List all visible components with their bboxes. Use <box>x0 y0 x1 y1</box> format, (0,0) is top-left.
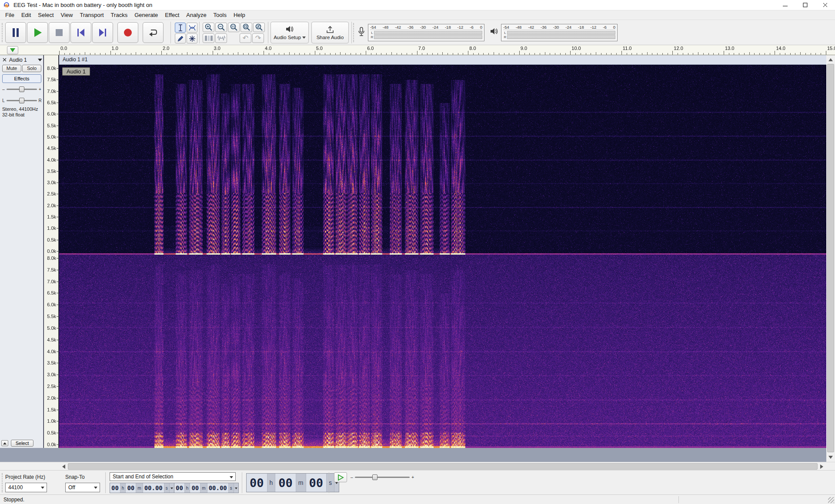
time-format-dropdown-arrow[interactable] <box>234 483 238 493</box>
track-close-button[interactable] <box>1 57 7 63</box>
effects-button[interactable]: Effects <box>2 74 41 83</box>
scroll-left-button[interactable] <box>59 462 67 471</box>
timeline-options-button[interactable] <box>7 46 18 54</box>
menu-item-file[interactable]: File <box>2 11 18 19</box>
toolbar-grip[interactable] <box>2 23 4 42</box>
project-rate-select[interactable]: 44100 <box>5 483 47 492</box>
menu-item-generate[interactable]: Generate <box>131 11 161 19</box>
clip-header[interactable]: Audio 1 #1 <box>59 55 826 65</box>
envelope-tool-button[interactable] <box>187 23 197 33</box>
fit-selection-button[interactable] <box>228 23 240 32</box>
gain-slider-thumb[interactable] <box>19 86 24 92</box>
speed-slider-groove[interactable] <box>355 477 410 478</box>
play-button[interactable] <box>27 22 48 43</box>
time-digit-group[interactable]: 00 <box>247 474 267 492</box>
time-unit-label[interactable]: s <box>327 474 334 492</box>
playback-meter[interactable]: -54-48-42-36-30-24-18-12-60 LR <box>501 24 618 41</box>
draw-tool-button[interactable] <box>175 33 186 43</box>
play-at-speed-button[interactable] <box>334 472 347 482</box>
redo-button[interactable]: ↷ <box>252 33 264 43</box>
menu-item-edit[interactable]: Edit <box>18 11 34 19</box>
skip-to-start-button[interactable] <box>70 22 91 43</box>
mute-button[interactable]: Mute <box>2 65 21 72</box>
record-button[interactable] <box>117 22 138 43</box>
microphone-icon[interactable] <box>357 27 365 37</box>
skip-to-end-button[interactable] <box>92 22 113 43</box>
track-menu-button[interactable] <box>38 59 42 63</box>
pan-slider[interactable]: L R <box>2 97 42 104</box>
menu-item-transport[interactable]: Transport <box>76 11 107 19</box>
spectrogram-channel-2[interactable] <box>59 255 826 448</box>
playback-speaker-icon[interactable] <box>490 27 498 36</box>
time-format-dropdown-arrow[interactable] <box>170 483 174 493</box>
scroll-down-button[interactable] <box>826 454 835 462</box>
time-digit-group[interactable]: 00 <box>190 483 200 493</box>
menu-item-analyze[interactable]: Analyze <box>183 11 210 19</box>
spectrogram-channel-1[interactable] <box>59 65 826 255</box>
playback-speed-slider[interactable]: – + <box>351 473 414 481</box>
horizontal-scrollbar[interactable] <box>59 462 826 471</box>
time-unit-label[interactable]: m <box>296 474 306 492</box>
time-digit-group[interactable]: 00 <box>126 483 136 493</box>
resize-grip[interactable] <box>828 497 834 503</box>
selection-end-field[interactable]: 00h00m00.00s <box>174 483 239 493</box>
collapse-track-button[interactable] <box>1 440 8 446</box>
close-button[interactable] <box>815 0 835 10</box>
zoom-in-button[interactable] <box>203 23 214 32</box>
stop-button[interactable] <box>49 22 70 43</box>
selection-start-field[interactable]: 00h00m00.00s <box>110 483 174 493</box>
time-digit-group[interactable]: 00 <box>174 483 185 493</box>
selbar-grip[interactable] <box>2 473 4 492</box>
time-unit-label[interactable]: h <box>185 483 190 493</box>
minimize-button[interactable] <box>775 0 795 10</box>
frequency-ruler[interactable]: 8.0k7.5k7.0k6.5k6.0k5.5k5.0k4.5k4.0k3.5k… <box>44 55 59 448</box>
zoom-out-button[interactable] <box>215 23 227 32</box>
scroll-up-button[interactable] <box>826 55 835 63</box>
vertical-scrollbar[interactable] <box>826 55 835 462</box>
share-audio-button[interactable]: Share Audio <box>311 22 349 43</box>
time-unit-label[interactable]: s <box>164 483 170 493</box>
snap-to-select[interactable]: Off <box>65 483 100 492</box>
loop-button[interactable] <box>143 22 164 43</box>
trim-audio-button[interactable] <box>203 33 214 43</box>
menu-item-select[interactable]: Select <box>34 11 57 19</box>
time-unit-label[interactable]: s <box>229 483 234 493</box>
menu-item-effect[interactable]: Effect <box>161 11 183 19</box>
time-digit-group[interactable]: 00.00 <box>143 483 164 493</box>
time-unit-label[interactable]: h <box>267 474 276 492</box>
time-digit-group[interactable]: 00 <box>306 474 327 492</box>
time-digit-group[interactable]: 00.00 <box>207 483 229 493</box>
audio-position-display[interactable]: 00h00m00s <box>246 473 339 492</box>
fit-project-button[interactable] <box>240 23 252 32</box>
zoom-toggle-button[interactable] <box>253 23 265 32</box>
selection-mode-select[interactable]: Start and End of Selection <box>110 472 236 481</box>
meter-grip[interactable] <box>353 23 355 42</box>
menu-item-tracks[interactable]: Tracks <box>107 11 131 19</box>
menu-item-view[interactable]: View <box>57 11 77 19</box>
time-digit-group[interactable]: 00 <box>275 474 296 492</box>
multi-tool-button[interactable] <box>187 33 197 43</box>
undo-button[interactable]: ↶ <box>240 33 251 43</box>
pause-button[interactable] <box>5 22 26 43</box>
recording-meter[interactable]: -54-48-42-36-30-24-18-12-60 LR <box>368 24 484 41</box>
audio-setup-button[interactable]: Audio Setup <box>271 22 309 43</box>
time-unit-label[interactable]: m <box>200 483 207 493</box>
speed-slider-thumb[interactable] <box>372 474 377 480</box>
horizontal-scroll-thumb[interactable] <box>68 463 818 470</box>
gain-slider[interactable]: – + <box>2 86 42 93</box>
vertical-scroll-thumb[interactable] <box>827 64 834 452</box>
pan-slider-thumb[interactable] <box>19 98 24 103</box>
scroll-right-button[interactable] <box>818 462 826 471</box>
pan-slider-groove[interactable] <box>7 100 37 101</box>
solo-button[interactable]: Solo <box>22 65 41 72</box>
time-unit-label[interactable]: m <box>136 483 143 493</box>
maximize-button[interactable] <box>795 0 815 10</box>
select-track-button[interactable]: Select <box>11 440 33 447</box>
menu-item-tools[interactable]: Tools <box>210 11 230 19</box>
time-digit-group[interactable]: 00 <box>110 483 120 493</box>
timeline-ruler[interactable] <box>0 45 835 55</box>
menu-item-help[interactable]: Help <box>230 11 249 19</box>
time-unit-label[interactable]: h <box>120 483 126 493</box>
selection-tool-button[interactable] <box>175 23 186 33</box>
silence-audio-button[interactable] <box>215 33 227 43</box>
